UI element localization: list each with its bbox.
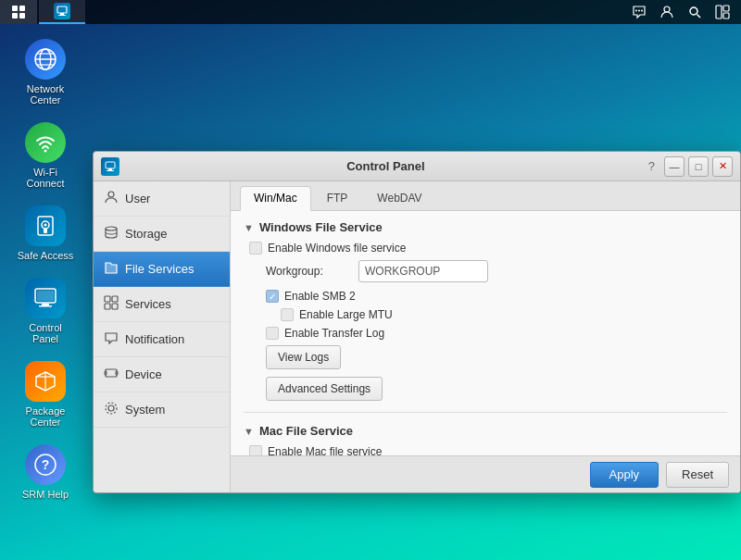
layout-icon[interactable] (710, 0, 735, 24)
desktop-icon-package-center[interactable]: Package Center (13, 355, 78, 431)
package-center-icon (25, 361, 66, 402)
desktop-icon-safe-access[interactable]: Safe Access (13, 200, 78, 265)
control-panel-window: Control Panel ? — □ ✕ User (93, 151, 741, 493)
mac-section-title: Mac File Service (259, 424, 353, 438)
tab-ftp[interactable]: FTP (313, 186, 362, 210)
enable-mac-text: Enable Mac file service (268, 445, 382, 455)
window-icon (101, 157, 119, 176)
transfer-log-text: Enable Transfer Log (284, 327, 384, 340)
svg-rect-14 (723, 6, 729, 11)
enable-windows-row: Enable Windows file service (244, 242, 727, 255)
enable-mac-checkbox[interactable] (249, 445, 262, 455)
smb2-row: Enable SMB 2 (244, 290, 727, 303)
desktop-icon-srm-help[interactable]: ? SRM Help (13, 439, 78, 504)
desktop: Network Center Wi-Fi Connect (0, 0, 741, 560)
svg-rect-4 (57, 6, 67, 13)
mac-file-service-header[interactable]: ▼ Mac File Service (244, 424, 727, 438)
window-titlebar: Control Panel ? — □ ✕ (94, 152, 740, 181)
taskbar-active-app[interactable] (39, 0, 85, 24)
svg-rect-27 (37, 291, 54, 301)
control-panel-icon (25, 278, 66, 318)
advanced-settings-button[interactable]: Advanced Settings (266, 377, 383, 401)
wifi-label: Wi-Fi Connect (17, 167, 74, 189)
transfer-log-checkbox[interactable] (266, 327, 279, 340)
file-services-sidebar-label: File Services (125, 262, 194, 276)
app-grid-button[interactable] (0, 0, 37, 24)
control-panel-label: Control Panel (17, 322, 74, 344)
large-mtu-checkbox[interactable] (281, 308, 294, 321)
large-mtu-label[interactable]: Enable Large MTU (281, 308, 393, 321)
content-area: Win/Mac FTP WebDAV ▼ Windows File Servic… (231, 181, 740, 492)
svg-rect-13 (716, 6, 722, 19)
reset-button[interactable]: Reset (666, 462, 729, 488)
section-divider (244, 412, 727, 413)
package-center-label: Package Center (17, 405, 74, 428)
safe-access-icon (25, 205, 66, 246)
view-logs-button[interactable]: View Logs (266, 345, 341, 369)
svg-rect-15 (723, 13, 729, 19)
svg-rect-42 (112, 304, 118, 309)
sidebar-item-user[interactable]: User (94, 181, 230, 217)
svg-rect-0 (12, 6, 18, 11)
sidebar: User Storage (94, 181, 231, 492)
tab-win-mac[interactable]: Win/Mac (240, 186, 311, 211)
smb2-checkbox[interactable] (266, 290, 279, 303)
services-sidebar-icon (103, 295, 119, 313)
svg-point-38 (106, 227, 117, 230)
network-center-icon (25, 39, 66, 80)
file-services-sidebar-icon (103, 260, 119, 278)
notification-sidebar-label: Notification (125, 332, 184, 346)
advanced-settings-row: Advanced Settings (244, 377, 727, 401)
window-close-button[interactable]: ✕ (712, 156, 733, 177)
wifi-icon (25, 122, 66, 163)
desktop-icon-network-center[interactable]: Network Center (13, 33, 78, 109)
svg-rect-1 (19, 6, 25, 11)
svg-rect-43 (106, 369, 117, 377)
windows-section-chevron: ▼ (244, 222, 254, 233)
user-sidebar-label: User (125, 192, 150, 205)
window-body: User Storage (94, 181, 740, 492)
workgroup-label: Workgroup: (266, 265, 358, 278)
sidebar-item-system[interactable]: System (94, 392, 230, 428)
svg-rect-36 (107, 170, 114, 171)
desktop-icon-control-panel[interactable]: Control Panel (13, 272, 78, 348)
svg-rect-41 (105, 304, 110, 309)
window-minimize-button[interactable]: — (664, 156, 684, 177)
smb2-text: Enable SMB 2 (284, 290, 356, 303)
taskbar (0, 0, 741, 24)
window-help-button[interactable]: ? (648, 159, 655, 173)
mac-section-chevron: ▼ (244, 426, 254, 437)
workgroup-input[interactable] (358, 260, 488, 282)
tab-webdav[interactable]: WebDAV (363, 186, 435, 210)
user-icon[interactable] (654, 0, 680, 24)
sidebar-item-file-services[interactable]: File Services (94, 252, 230, 287)
sidebar-item-services[interactable]: Services (94, 287, 230, 322)
transfer-log-label[interactable]: Enable Transfer Log (266, 327, 384, 340)
settings-panel: ▼ Windows File Service Enable Windows fi… (231, 211, 740, 455)
smb2-label[interactable]: Enable SMB 2 (266, 290, 356, 303)
srm-help-icon: ? (25, 444, 66, 485)
svg-rect-6 (58, 15, 66, 16)
chat-icon[interactable] (626, 0, 652, 24)
sidebar-item-storage[interactable]: Storage (94, 217, 230, 252)
windows-file-service-header[interactable]: ▼ Windows File Service (244, 220, 727, 234)
svg-point-37 (108, 192, 114, 197)
svg-point-9 (641, 10, 643, 12)
sidebar-item-notification[interactable]: Notification (94, 322, 230, 357)
large-mtu-text: Enable Large MTU (299, 308, 393, 321)
svg-rect-3 (19, 13, 25, 19)
desktop-icon-wifi[interactable]: Wi-Fi Connect (13, 117, 78, 193)
system-sidebar-icon (103, 401, 119, 418)
tabs: Win/Mac FTP WebDAV (231, 181, 740, 211)
window-maximize-button[interactable]: □ (688, 156, 709, 177)
enable-windows-label[interactable]: Enable Windows file service (249, 242, 406, 255)
enable-windows-checkbox[interactable] (249, 242, 262, 255)
workgroup-row: Workgroup: (244, 260, 727, 282)
large-mtu-row: Enable Large MTU (244, 308, 727, 321)
apply-button[interactable]: Apply (590, 462, 659, 488)
search-icon[interactable] (682, 0, 708, 24)
enable-windows-text: Enable Windows file service (268, 242, 406, 255)
sidebar-item-device[interactable]: Device (94, 357, 230, 392)
enable-mac-label[interactable]: Enable Mac file service (249, 445, 382, 455)
view-logs-row: View Logs (244, 345, 727, 369)
